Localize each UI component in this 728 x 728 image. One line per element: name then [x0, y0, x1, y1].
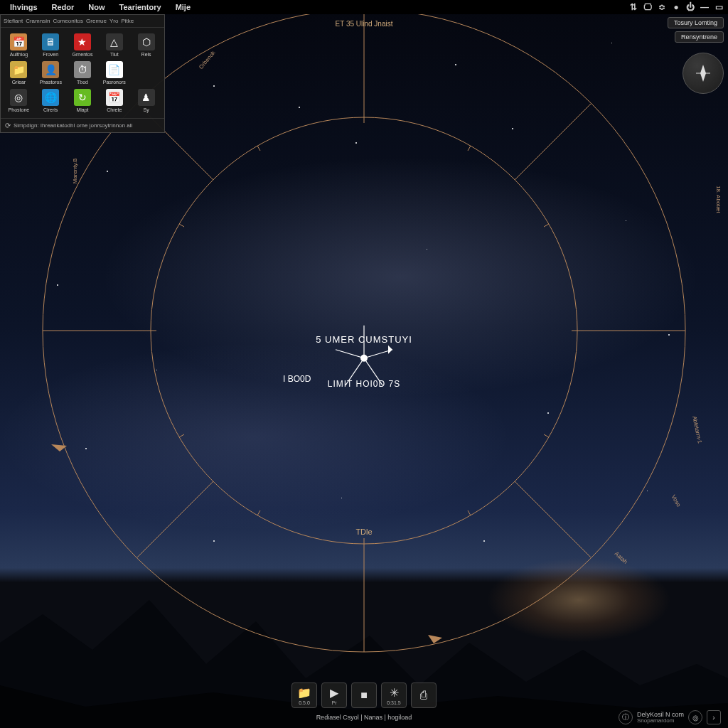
app-chrete[interactable]: 📅Chrete: [99, 87, 129, 114]
app-launcher-popup: Stefiant Cramnsin Comeonitos Gremue Yro …: [0, 14, 165, 133]
bluetooth-icon[interactable]: ≎: [657, 2, 667, 12]
tide-label: TDle: [355, 528, 372, 536]
folder-icon: 📁: [10, 61, 27, 78]
launcher-tab[interactable]: Stefiant: [4, 18, 23, 24]
menu-ihvings[interactable]: Ihvings: [3, 3, 45, 11]
app-pasronors[interactable]: 📄Pasronors: [99, 60, 129, 86]
folder-icon: 📁: [297, 686, 311, 700]
dock-timelapse[interactable]: ✳ 0:31.5: [381, 682, 407, 708]
triangle-icon: △: [106, 33, 123, 50]
app-cireris[interactable]: 🌐Cireris: [36, 87, 66, 114]
launcher-tab[interactable]: Yro: [109, 18, 118, 24]
clock-icon: ⏱: [74, 61, 91, 78]
center-line-top: 5 UMER CUMSTUYI: [286, 334, 442, 345]
launcher-tab[interactable]: Comeonitos: [53, 18, 83, 24]
app-label: Froven: [43, 52, 58, 57]
globe-icon: 🌐: [42, 89, 59, 106]
power-icon[interactable]: ⏻: [685, 2, 695, 12]
star-icon: ★: [74, 33, 91, 50]
app-label: Sy: [144, 107, 149, 112]
menu-redor[interactable]: Redor: [45, 3, 82, 11]
app-label: Griear: [12, 80, 26, 85]
dock-print[interactable]: ⎙: [411, 682, 437, 708]
launcher-tabstrip: Stefiant Cramnsin Comeonitos Gremue Yro …: [1, 18, 164, 28]
launcher-tab[interactable]: Gremue: [86, 18, 107, 24]
view-controls: Tosury Lomting Rensyntrene: [668, 17, 724, 94]
person-icon: 👤: [42, 61, 59, 78]
app-label: Phastoros: [39, 80, 62, 85]
minimize-icon[interactable]: —: [700, 2, 710, 12]
app-label: Rels: [141, 52, 151, 57]
render-button[interactable]: Rensyntrene: [675, 31, 724, 43]
launcher-tab[interactable]: Cramnsin: [26, 18, 50, 24]
launcher-footer[interactable]: Simpdign: Ihreankatodhl orne jonrsoytrin…: [1, 118, 164, 132]
volume-icon[interactable]: ●: [671, 2, 681, 12]
info-button[interactable]: ⓘ: [619, 710, 633, 724]
stop-icon: ■: [360, 689, 368, 702]
app-label: Grnentos: [73, 52, 93, 57]
app-label: Chrete: [107, 107, 122, 112]
app-label: Phostone: [9, 107, 30, 112]
calendar-icon: 📅: [10, 33, 27, 50]
app-rels[interactable]: ⬡Rels: [131, 32, 161, 58]
app-aulthiog[interactable]: 📅Aulthiog: [4, 32, 34, 58]
app-sy[interactable]: ♟Sy: [131, 87, 161, 114]
compass-icon: [692, 63, 714, 84]
status-right: ⓘ DelyKosil N com Snopamardom ◎ ›: [619, 710, 721, 724]
dock-caption: Pr: [332, 700, 337, 705]
app-phostone[interactable]: ◎Phostone: [4, 87, 34, 114]
app-label: Aulthiog: [10, 52, 28, 57]
perimeter-label: Marenty.B: [72, 159, 78, 184]
app-label: Cireris: [43, 107, 58, 112]
launcher-grid: 📅Aulthiog 🖥Froven ★Grnentos △Tlut ⬡Rels …: [1, 28, 164, 118]
expand-button[interactable]: ›: [707, 710, 721, 724]
target-button[interactable]: ◎: [688, 710, 702, 724]
dock-files[interactable]: 📁 0.5.0: [291, 682, 317, 708]
refresh-icon: ↻: [74, 89, 91, 106]
print-icon: ⎙: [420, 689, 427, 702]
app-froven[interactable]: 🖥Froven: [36, 32, 66, 58]
app-label: Tbod: [77, 80, 88, 85]
center-line-left: I BO0D: [283, 374, 311, 384]
app-phastoros[interactable]: 👤Phastoros: [36, 60, 66, 86]
monitor-icon: 🖥: [42, 33, 59, 50]
display-icon[interactable]: 🖵: [643, 2, 653, 12]
app-tbod[interactable]: ⏱Tbod: [68, 60, 98, 86]
compass-button[interactable]: [682, 53, 724, 94]
menubar: Ihvings Redor Now Tearientory Mije ⇅ 🖵 ≎…: [0, 0, 728, 14]
wifi-icon[interactable]: ⇅: [628, 2, 638, 12]
dock-caption: 0.5.0: [299, 700, 310, 705]
status-center-text: Rediasel Csyol | Nanas | hogiload: [316, 714, 412, 721]
blank-icon: [138, 61, 155, 78]
sparkle-icon: ✳: [390, 686, 399, 700]
app-griear[interactable]: 📁Griear: [4, 60, 34, 86]
dial-icon: ◎: [10, 89, 27, 106]
dock-caption: 0:31.5: [387, 700, 400, 705]
app-tlut[interactable]: △Tlut: [99, 32, 129, 58]
launcher-tab[interactable]: Pitke: [121, 18, 134, 24]
chess-icon: ♟: [138, 89, 155, 106]
dock-stop[interactable]: ■: [351, 682, 377, 708]
menu-tearientory[interactable]: Tearientory: [112, 3, 168, 11]
calendar2-icon: 📅: [106, 89, 123, 106]
app-empty: [131, 60, 161, 86]
play-icon: ▶: [330, 686, 338, 700]
perimeter-label: 18. Abotæt: [715, 186, 722, 213]
app-label: Tlut: [110, 52, 119, 57]
ring-top-label: ET 35 Ulind Jnaist: [336, 20, 393, 28]
system-tray: ⇅ 🖵 ≎ ● ⏻ — ▭: [628, 2, 728, 12]
app-miapt[interactable]: ↻Miapt: [68, 87, 98, 114]
menu-now[interactable]: Now: [81, 3, 112, 11]
center-readout: 5 UMER CUMSTUYI I BO0D LIMIT HOI0D 7S: [286, 334, 442, 389]
app-label: Pasronors: [103, 80, 126, 85]
window-icon[interactable]: ▭: [714, 2, 724, 12]
layers-button[interactable]: Tosury Lomting: [668, 17, 724, 28]
status-bar: Rediasel Csyol | Nanas | hogiload ⓘ Dely…: [0, 711, 728, 724]
app-grnentos[interactable]: ★Grnentos: [68, 32, 98, 58]
hex-icon: ⬡: [138, 33, 155, 50]
document-icon: 📄: [106, 61, 123, 78]
bottom-dock: 📁 0.5.0 ▶ Pr ■ ✳ 0:31.5 ⎙: [291, 682, 437, 708]
dock-play[interactable]: ▶ Pr: [321, 682, 347, 708]
app-label: Miapt: [76, 107, 88, 112]
menu-mije[interactable]: Mije: [168, 3, 198, 11]
